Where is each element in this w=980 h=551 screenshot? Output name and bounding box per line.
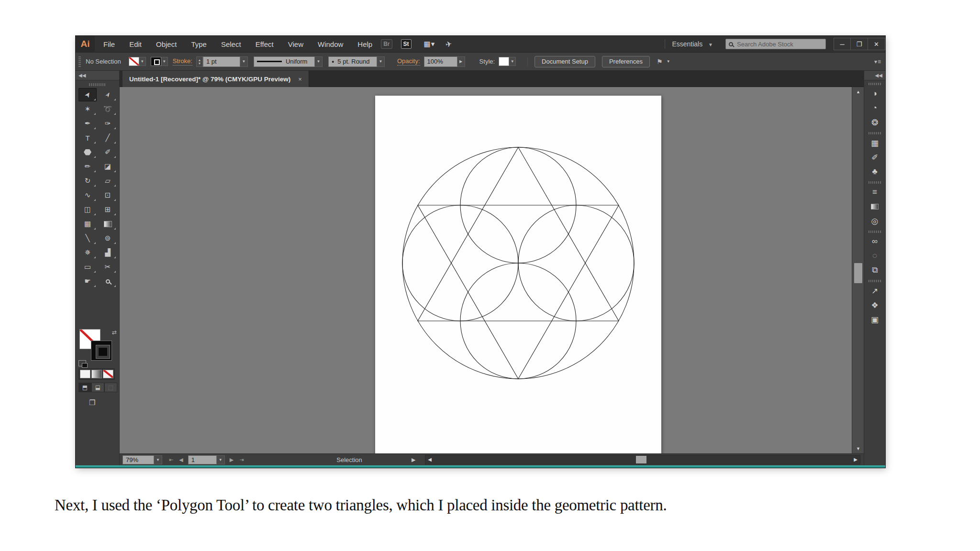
stroke-dropdown[interactable]: ▼ [161,57,168,66]
artboard-number-field[interactable]: 1 [188,455,217,464]
opacity-field[interactable]: 100% [424,56,457,67]
status-expand-icon[interactable]: ▶ [412,457,415,463]
lasso-tool[interactable]: ➰ [99,102,117,116]
width-profile-dropdown[interactable]: ▼ [315,56,323,67]
scroll-down-icon[interactable]: ▼ [852,445,864,452]
menu-view[interactable]: View [288,40,303,48]
artboards-icon[interactable]: ▣ [864,312,885,327]
stroke-weight-dropdown[interactable]: ▼ [240,56,248,67]
default-fill-stroke-icon[interactable] [78,360,86,366]
brush-field[interactable]: ● 5 pt. Round [328,56,377,67]
stroke-weight-field[interactable]: 1 pt [203,56,240,67]
search-input[interactable] [737,41,818,48]
menu-window[interactable]: Window [318,40,343,48]
scroll-up-icon[interactable]: ▲ [852,88,864,96]
paintbrush-tool[interactable]: ✐ [99,145,117,159]
fill-dropdown[interactable]: ▼ [139,57,146,66]
swatches-icon[interactable]: ▦ [864,136,885,150]
minimize-button[interactable]: ─ [834,38,851,50]
opacity-dropdown[interactable]: ▶ [457,56,465,67]
menu-edit[interactable]: Edit [129,40,142,48]
style-swatch[interactable] [499,57,509,66]
gradient-tool[interactable] [99,217,117,231]
menu-help[interactable]: Help [357,40,372,48]
fill-swatch[interactable] [129,57,139,66]
blend-tool[interactable]: ⊚ [99,231,117,245]
gradient-fan-icon[interactable]: ◔ [864,101,885,115]
stroke-swatch[interactable] [151,57,161,66]
none-button[interactable] [103,370,113,378]
swap-fill-stroke-icon[interactable]: ⇄ [112,329,117,336]
perspective-grid-tool[interactable]: ⊞ [99,203,117,216]
control-panel-menu-icon[interactable]: ▾≡ [874,58,881,65]
grip-dots[interactable] [869,181,881,184]
artboard-tool[interactable]: ▭ [78,260,97,274]
links-icon[interactable]: ⧉ [864,263,885,277]
stroke-label[interactable]: Stroke: [173,57,192,66]
pen-tool[interactable]: ✒ [78,117,97,130]
style-dropdown[interactable]: ▼ [509,57,516,66]
column-graph-tool[interactable]: ▟ [99,246,117,259]
grip-handle[interactable] [78,56,81,67]
gradient-panel-icon[interactable] [864,199,885,214]
zoom-dropdown[interactable]: ▼ [154,455,162,464]
next-artboard-button[interactable]: ▶ [230,457,234,463]
draw-inside-button[interactable]: ⬚ [104,383,117,392]
vertical-scroll-thumb[interactable] [854,263,862,283]
grip-dots[interactable] [869,83,881,85]
horizontal-scrollbar[interactable]: ◀ ▶ [425,455,860,464]
brushes-icon[interactable]: ✐ [864,150,885,165]
restore-button[interactable]: ❐ [851,38,868,50]
slice-tool[interactable]: ✂ [99,260,117,274]
magic-wand-tool[interactable]: ✶ [78,102,97,116]
eyedropper-tool[interactable]: ╲ [78,231,97,245]
close-button[interactable]: ✕ [868,38,885,50]
line-segment-tool[interactable]: ╱ [99,131,117,144]
last-artboard-button[interactable]: ⇥ [239,457,244,463]
gpu-performance-icon[interactable]: ✈ [445,39,453,49]
tools-collapse-button[interactable]: ◀◀ [76,71,119,80]
draw-normal-button[interactable]: ⬒ [78,383,91,392]
stroke-panel-icon[interactable]: ≡ [864,185,885,199]
shape-builder-tool[interactable]: ◫ [78,203,97,216]
symbols-icon[interactable]: ♣ [864,165,885,179]
stroke-weight-stepper[interactable]: ▲▼ [196,56,203,67]
stock-icon[interactable]: St [401,39,412,49]
workspace-switcher[interactable]: Essentials ▼ [672,40,713,48]
flag-dropdown[interactable]: ▼ [665,56,672,67]
width-profile-field[interactable]: Uniform [254,56,315,67]
screen-mode-button[interactable]: ❐ [89,398,95,407]
menu-select[interactable]: Select [221,40,241,48]
prev-artboard-button[interactable]: ◀ [179,457,183,463]
panel-collapse-button[interactable]: ◀◀ [864,71,885,80]
bridge-icon[interactable]: Br [381,39,392,49]
cc-libraries-icon[interactable]: ∞ [864,234,885,249]
artboard[interactable] [375,96,661,453]
artboard-dropdown[interactable]: ▼ [217,455,225,464]
zoom-level-field[interactable]: 79% [122,455,154,464]
flag-icon[interactable]: ⚑ [657,58,663,66]
color-guide-icon[interactable]: ❂ [864,115,885,130]
grip-dots[interactable] [869,280,881,282]
menu-type[interactable]: Type [191,40,207,48]
hand-tool[interactable]: ☛ [78,275,97,288]
menu-file[interactable]: File [103,40,115,48]
free-transform-tool[interactable]: ⊡ [99,188,117,202]
preferences-button[interactable]: Preferences [602,56,650,67]
opacity-label[interactable]: Opacity: [397,57,420,66]
canvas[interactable] [120,87,852,453]
first-artboard-button[interactable]: ⇤ [169,457,173,463]
stroke-color-control[interactable] [91,341,112,361]
menu-object[interactable]: Object [156,40,177,48]
scale-tool[interactable]: ▱ [99,174,117,187]
polygon-tool[interactable] [78,145,97,159]
color-panel-icon[interactable]: ◑ [864,87,885,101]
draw-behind-button[interactable]: ⬓ [91,383,104,392]
brush-dropdown[interactable]: ▼ [377,56,385,67]
vertical-scrollbar[interactable]: ▲ ▼ [852,87,864,453]
mesh-tool[interactable]: ▦ [78,217,97,231]
grip-dots[interactable] [89,83,106,86]
menu-effect[interactable]: Effect [256,40,274,48]
appearance-icon[interactable]: ◌ [864,249,885,263]
tab-close-icon[interactable]: × [298,76,302,83]
